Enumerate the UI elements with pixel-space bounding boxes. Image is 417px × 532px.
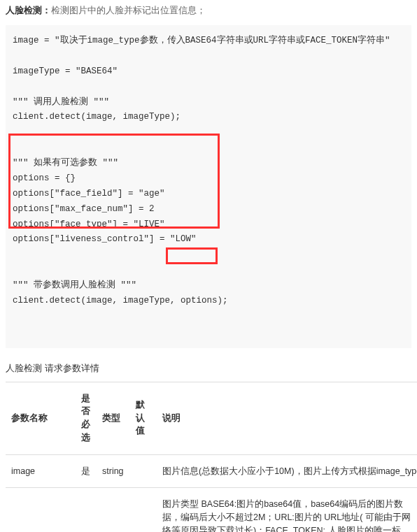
col-type: 类型 bbox=[97, 382, 130, 454]
cell-def bbox=[130, 488, 157, 532]
cell-name: image bbox=[6, 454, 76, 488]
col-name: 参数名称 bbox=[6, 382, 76, 454]
code-line: imageType = "BASE64" bbox=[13, 66, 118, 76]
code-line: options["face_type"] = "LIVE" bbox=[13, 220, 165, 229]
cell-def bbox=[130, 454, 157, 488]
code-line: options["max_face_num"] = 2 bbox=[13, 204, 155, 214]
col-desc: 说明 bbox=[157, 382, 417, 454]
cell-type: string bbox=[97, 454, 130, 488]
code-line: """ 调用人脸检测 """ bbox=[13, 97, 109, 107]
code-line: """ 带参数调用人脸检测 """ bbox=[13, 280, 136, 290]
cell-name: image_type bbox=[6, 488, 76, 532]
cell-desc: 图片信息(总数据大小应小于10M)，图片上传方式根据image_type来判 bbox=[157, 454, 417, 488]
table-row: image 是 string 图片信息(总数据大小应小于10M)，图片上传方式根… bbox=[6, 454, 417, 488]
cell-req: 是 bbox=[76, 454, 97, 488]
code-line: options = {} bbox=[13, 173, 76, 183]
header-desc: 检测图片中的人脸并标记出位置信息； bbox=[51, 5, 206, 15]
code-options-arg: options) bbox=[181, 296, 222, 305]
col-required: 是否必选 bbox=[76, 382, 97, 454]
cell-req: 是 bbox=[76, 488, 97, 532]
code-example-block: image = "取决于image_type参数，传入BASE64字符串或URL… bbox=[6, 25, 411, 348]
page-header: 人脸检测：检测图片中的人脸并标记出位置信息； bbox=[0, 0, 417, 21]
code-line: image = "取决于image_type参数，传入BASE64字符串或URL… bbox=[13, 36, 390, 45]
code-line-post: ; bbox=[222, 296, 228, 305]
table-header-row: 参数名称 是否必选 类型 默认值 说明 bbox=[6, 382, 417, 454]
code-line: client.detect(image, imageType); bbox=[13, 112, 181, 122]
table-row: image_type 是 string 图片类型 BASE64:图片的base6… bbox=[6, 488, 417, 532]
code-line: options["face_field"] = "age" bbox=[13, 189, 165, 199]
col-default: 默认值 bbox=[130, 382, 157, 454]
code-line-pre: client.detect(image, imageType, bbox=[13, 296, 181, 305]
code-line: """ 如果有可选参数 """ bbox=[13, 158, 118, 168]
cell-type: string bbox=[97, 488, 130, 532]
params-section-title: 人脸检测 请求参数详情 bbox=[0, 357, 417, 382]
params-table: 参数名称 是否必选 类型 默认值 说明 image 是 string 图片信息(… bbox=[6, 382, 417, 533]
header-title: 人脸检测： bbox=[6, 5, 51, 15]
cell-desc: 图片类型 BASE64:图片的base64值，base64编码后的图片数据，编码… bbox=[157, 488, 417, 532]
code-line: options["liveness_control"] = "LOW" bbox=[13, 234, 197, 244]
highlight-box-options-arg bbox=[166, 247, 218, 264]
